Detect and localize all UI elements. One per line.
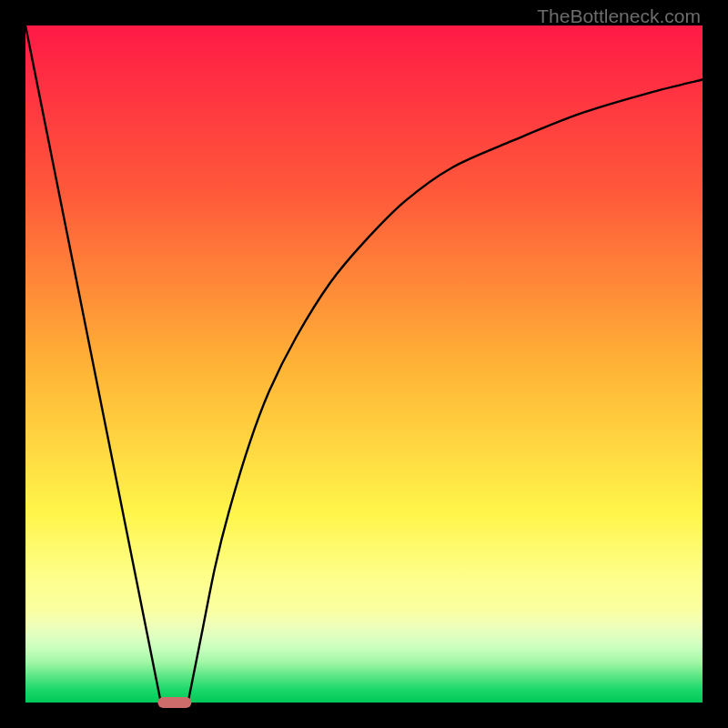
plot-area — [25, 25, 703, 703]
minimum-marker — [157, 697, 191, 708]
right-branch-curve — [188, 80, 703, 703]
watermark-text: TheBottleneck.com — [537, 5, 701, 27]
chart-frame: TheBottleneck.com — [0, 0, 728, 728]
left-branch-curve — [25, 25, 161, 703]
curve-layer — [25, 25, 703, 703]
